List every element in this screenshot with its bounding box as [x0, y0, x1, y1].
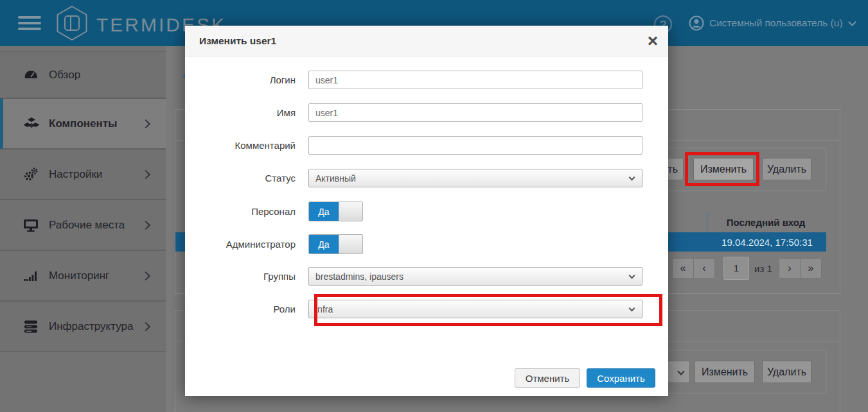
form-row-groups: Группы brestadmins, ipausers	[185, 267, 668, 286]
chevron-right-icon	[141, 220, 150, 229]
name-input[interactable]	[308, 103, 642, 122]
login-label: Логин	[185, 74, 308, 85]
pagination-prev-button[interactable]: ‹	[693, 258, 715, 279]
pagination-page-input[interactable]: 1	[723, 257, 749, 280]
toggle-knob	[339, 235, 362, 253]
form-row-staff: Персонал Да	[185, 202, 668, 221]
chevron-down-icon	[629, 305, 635, 312]
groups-select-value: brestadmins, ipausers	[315, 271, 403, 282]
form-row-admin: Администратор Да	[185, 234, 668, 254]
chevron-down-icon	[629, 273, 635, 279]
admin-label: Администратор	[185, 239, 308, 250]
status-select[interactable]: Активный	[308, 169, 642, 187]
toggle-knob	[339, 202, 362, 221]
modal-title: Изменить user1	[199, 35, 276, 47]
chevron-down-icon	[677, 368, 684, 375]
sidebar-item-workplaces[interactable]: Рабочие места	[0, 200, 166, 250]
user-menu-label: Системный пользователь (u)	[709, 17, 843, 29]
column-header-last-login: Последний вход	[711, 217, 820, 228]
staff-label: Персонал	[185, 206, 308, 217]
screen: TERMIDESK ? Системный пользователь (u) О…	[0, 0, 868, 412]
staff-toggle-on-label: Да	[309, 202, 339, 221]
modal-header: Изменить user1 ×	[185, 26, 668, 56]
user-menu[interactable]: Системный пользователь (u)	[689, 0, 855, 46]
name-label: Имя	[185, 107, 308, 118]
sidebar-item-overview[interactable]: Обзор	[0, 51, 166, 98]
roles-select-value: infra	[315, 304, 333, 314]
pagination-first-button[interactable]: «	[672, 258, 694, 279]
sidebar-item-label: Инфраструктура	[49, 320, 133, 333]
form-row-roles: Роли infra	[185, 300, 668, 318]
form-row-comment: Комментарий	[185, 136, 668, 155]
sidebar-item-components[interactable]: Компоненты	[0, 98, 166, 149]
comment-input[interactable]	[308, 136, 642, 155]
form-row-status: Статус Активный	[185, 169, 668, 187]
sidebar-nav: Обзор Компоненты Настро	[0, 46, 166, 412]
sidebar-item-infrastructure[interactable]: Инфраструктура	[0, 301, 166, 352]
user-avatar-icon	[689, 15, 704, 31]
pagination-last-button[interactable]: »	[800, 258, 822, 279]
sidebar-item-label: Компоненты	[49, 117, 118, 130]
edit-button-bottom[interactable]: Изменить	[695, 361, 755, 383]
form-row-login: Логин	[185, 71, 668, 89]
delete-button-bottom[interactable]: Удалить	[762, 361, 811, 383]
servers-icon	[23, 319, 40, 334]
desktop-icon	[23, 218, 40, 233]
chevron-down-icon	[848, 18, 856, 26]
cubes-icon	[23, 116, 40, 132]
save-button[interactable]: Сохранить	[587, 368, 655, 388]
edit-user-modal: Изменить user1 × Логин Имя Комментарий С…	[185, 26, 668, 396]
sidebar-item-label: Мониторинг	[49, 270, 109, 282]
edit-button-top[interactable]: Изменить	[693, 158, 754, 180]
admin-toggle-on-label: Да	[309, 235, 339, 253]
login-input[interactable]	[308, 71, 642, 89]
dashboard-icon	[23, 67, 40, 83]
sidebar-item-settings[interactable]: Настройки	[0, 149, 166, 200]
form-row-name: Имя	[185, 103, 668, 122]
hamburger-menu-icon[interactable]	[18, 16, 41, 30]
groups-label: Группы	[185, 271, 308, 282]
comment-label: Комментарий	[185, 140, 308, 151]
chevron-right-icon	[141, 322, 150, 330]
termidesk-hexagon-icon	[54, 5, 90, 41]
sidebar-item-label: Настройки	[49, 168, 102, 181]
status-select-value: Активный	[315, 173, 356, 184]
close-icon[interactable]: ×	[648, 31, 658, 51]
modal-body: Логин Имя Комментарий Статус Активный Пе…	[185, 56, 668, 318]
roles-label: Роли	[185, 304, 308, 314]
roles-select[interactable]: infra	[308, 300, 642, 318]
groups-select[interactable]: brestadmins, ipausers	[308, 267, 642, 286]
chart-bars-icon	[23, 268, 40, 284]
chevron-right-icon	[141, 119, 150, 128]
sidebar-item-label: Рабочие места	[49, 219, 125, 232]
admin-toggle[interactable]: Да	[308, 234, 363, 254]
last-login-cell: 19.04.2024, 17:50:31	[708, 237, 826, 248]
chevron-right-icon	[141, 169, 150, 178]
delete-button-top[interactable]: Удалить	[762, 158, 811, 180]
staff-toggle[interactable]: Да	[308, 202, 363, 221]
chevron-right-icon	[141, 271, 150, 280]
gears-icon	[23, 167, 40, 182]
status-label: Статус	[185, 173, 308, 184]
cancel-button[interactable]: Отменить	[515, 368, 580, 388]
pagination-of-label: из 1	[754, 263, 772, 274]
sidebar-item-monitoring[interactable]: Мониторинг	[0, 250, 166, 301]
chevron-down-icon	[629, 175, 635, 181]
pagination-next-button[interactable]: ›	[779, 258, 801, 279]
sidebar-item-label: Обзор	[49, 69, 80, 82]
modal-footer: Отменить Сохранить	[515, 368, 655, 388]
